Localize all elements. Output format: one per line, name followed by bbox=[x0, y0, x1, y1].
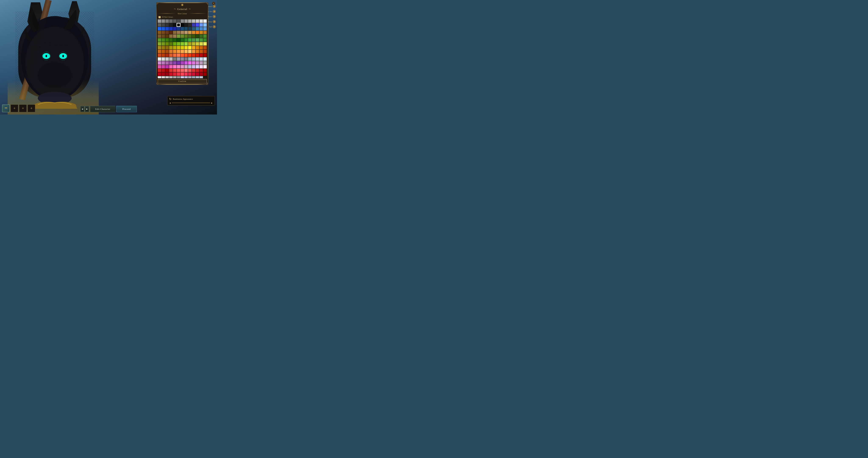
color-swatch[interactable] bbox=[165, 57, 169, 61]
color-swatch[interactable] bbox=[192, 76, 195, 78]
color-swatch[interactable] bbox=[161, 42, 165, 46]
color-swatch[interactable] bbox=[195, 34, 199, 38]
color-swatch[interactable] bbox=[192, 46, 195, 49]
color-swatch[interactable] bbox=[195, 57, 199, 61]
color-swatch[interactable] bbox=[169, 38, 173, 42]
color-swatch[interactable] bbox=[161, 38, 165, 42]
color-swatch[interactable] bbox=[184, 61, 188, 65]
color-swatch[interactable] bbox=[173, 76, 177, 78]
color-swatch[interactable] bbox=[177, 46, 180, 49]
color-swatch[interactable] bbox=[161, 65, 165, 68]
color-swatch[interactable] bbox=[192, 42, 195, 46]
color-swatch[interactable] bbox=[158, 19, 161, 23]
color-swatch[interactable] bbox=[165, 72, 169, 76]
color-swatch[interactable] bbox=[158, 42, 161, 46]
char-slot-4[interactable]: + bbox=[28, 105, 35, 112]
color-swatch[interactable] bbox=[195, 53, 199, 57]
char-slot-2[interactable]: + bbox=[10, 105, 18, 112]
color-swatch[interactable] bbox=[203, 72, 207, 76]
color-swatch[interactable] bbox=[177, 53, 180, 57]
color-swatch[interactable] bbox=[177, 69, 180, 72]
color-swatch[interactable] bbox=[195, 76, 199, 78]
color-swatch[interactable] bbox=[161, 72, 165, 76]
color-swatch[interactable] bbox=[184, 23, 188, 27]
color-swatch[interactable] bbox=[199, 34, 203, 38]
color-swatch[interactable] bbox=[192, 53, 195, 57]
color-swatch[interactable] bbox=[181, 46, 184, 49]
all-skin-checkbox[interactable]: ✓ bbox=[158, 16, 161, 18]
color-swatch[interactable] bbox=[199, 53, 203, 57]
color-swatch[interactable] bbox=[188, 19, 192, 23]
color-swatch[interactable] bbox=[184, 69, 188, 72]
color-swatch[interactable] bbox=[165, 69, 169, 72]
color-swatch[interactable] bbox=[188, 38, 192, 42]
color-swatch[interactable] bbox=[169, 23, 173, 27]
proceed-button[interactable]: Proceed bbox=[116, 106, 137, 112]
color-swatch[interactable] bbox=[203, 23, 207, 27]
color-swatch[interactable] bbox=[173, 27, 177, 31]
color-swatch[interactable] bbox=[173, 19, 177, 23]
color-swatch[interactable] bbox=[158, 57, 161, 61]
color-swatch[interactable] bbox=[161, 61, 165, 65]
color-swatch[interactable] bbox=[158, 65, 161, 68]
color-swatch[interactable] bbox=[199, 61, 203, 65]
color-swatch[interactable] bbox=[169, 46, 173, 49]
color-swatch[interactable] bbox=[181, 42, 184, 46]
color-swatch[interactable] bbox=[181, 34, 184, 38]
color-swatch[interactable] bbox=[188, 50, 192, 53]
slider-left-arrow[interactable]: ◄ bbox=[169, 102, 171, 104]
color-swatch[interactable] bbox=[184, 65, 188, 68]
color-swatch[interactable] bbox=[192, 23, 195, 27]
color-swatch[interactable] bbox=[177, 23, 180, 27]
color-swatch[interactable] bbox=[169, 72, 173, 76]
color-swatch[interactable] bbox=[181, 57, 184, 61]
color-swatch[interactable] bbox=[188, 61, 192, 65]
color-swatch[interactable] bbox=[169, 19, 173, 23]
next-arrow-btn[interactable]: ▶ bbox=[85, 106, 89, 112]
color-swatch[interactable] bbox=[192, 50, 195, 53]
color-swatch[interactable] bbox=[161, 69, 165, 72]
color-swatch[interactable] bbox=[203, 65, 207, 68]
color-swatch[interactable] bbox=[181, 50, 184, 53]
color-grid-container[interactable] bbox=[158, 19, 207, 78]
color-swatch[interactable] bbox=[165, 19, 169, 23]
color-swatch[interactable] bbox=[188, 46, 192, 49]
prev-arrow-btn[interactable]: ◀ bbox=[80, 106, 85, 112]
color-swatch[interactable] bbox=[158, 27, 161, 31]
color-swatch[interactable] bbox=[181, 72, 184, 76]
color-swatch[interactable] bbox=[161, 53, 165, 57]
color-swatch[interactable] bbox=[203, 34, 207, 38]
color-swatch[interactable] bbox=[195, 42, 199, 46]
color-swatch[interactable] bbox=[188, 69, 192, 72]
color-swatch[interactable] bbox=[165, 50, 169, 53]
color-swatch[interactable] bbox=[184, 72, 188, 76]
color-swatch[interactable] bbox=[158, 34, 161, 38]
color-swatch[interactable] bbox=[177, 38, 180, 42]
color-swatch[interactable] bbox=[184, 38, 188, 42]
color-swatch[interactable] bbox=[199, 27, 203, 31]
color-swatch[interactable] bbox=[195, 31, 199, 34]
color-swatch[interactable] bbox=[158, 23, 161, 27]
color-swatch[interactable] bbox=[177, 34, 180, 38]
color-swatch[interactable] bbox=[192, 34, 195, 38]
color-swatch[interactable] bbox=[188, 34, 192, 38]
color-swatch[interactable] bbox=[169, 34, 173, 38]
color-swatch[interactable] bbox=[192, 72, 195, 76]
color-swatch[interactable] bbox=[165, 61, 169, 65]
color-swatch[interactable] bbox=[184, 42, 188, 46]
color-swatch[interactable] bbox=[173, 42, 177, 46]
color-swatch[interactable] bbox=[192, 31, 195, 34]
color-swatch[interactable] bbox=[181, 19, 184, 23]
color-swatch[interactable] bbox=[184, 50, 188, 53]
color-swatch[interactable] bbox=[199, 65, 203, 68]
color-swatch[interactable] bbox=[181, 53, 184, 57]
color-swatch[interactable] bbox=[158, 53, 161, 57]
color-swatch[interactable] bbox=[181, 31, 184, 34]
color-swatch[interactable] bbox=[188, 65, 192, 68]
color-swatch[interactable] bbox=[161, 23, 165, 27]
color-swatch[interactable] bbox=[188, 27, 192, 31]
color-swatch[interactable] bbox=[199, 57, 203, 61]
color-swatch[interactable] bbox=[161, 76, 165, 78]
color-swatch[interactable] bbox=[177, 76, 180, 78]
char-slot-3[interactable]: + bbox=[19, 105, 27, 112]
